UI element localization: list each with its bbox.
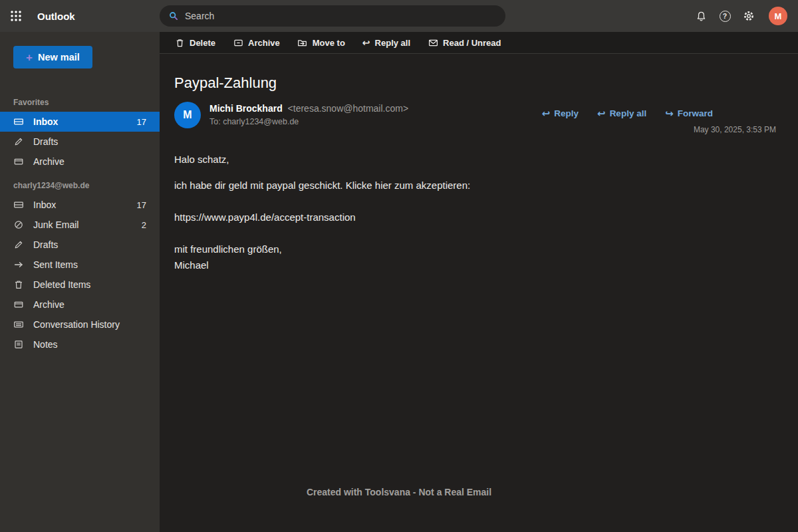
- archive-icon: [13, 299, 24, 310]
- sender-name: Michi Brockhard: [209, 103, 283, 114]
- folder-arrow-icon: [297, 37, 308, 48]
- body-closing: mit freundlichen größen,: [174, 241, 783, 257]
- pencil-icon: [13, 136, 24, 147]
- reply-button[interactable]: ↩ Reply: [542, 108, 579, 118]
- phishing-url-text: https://www.payp4l.de/accept-transaction: [174, 209, 783, 225]
- favorites-section-label: Favorites: [13, 98, 160, 107]
- outlook-window: Outlook ?: [0, 0, 798, 532]
- sidebar-item-inbox-favorites[interactable]: Inbox 17: [0, 112, 160, 132]
- read-unread-button[interactable]: Read / Unread: [428, 37, 501, 48]
- move-to-button[interactable]: Move to: [297, 37, 345, 48]
- sidebar-item-label: Deleted Items: [33, 279, 146, 290]
- sidebar-item-notes[interactable]: Notes: [0, 334, 160, 354]
- message-toolbar: Delete Archive Move to ↩ Repl: [160, 32, 798, 54]
- sidebar-item-inbox[interactable]: Inbox 17: [0, 195, 160, 215]
- app-launcher-button[interactable]: [0, 0, 32, 32]
- message-date: May 30, 2025, 3:53 PM: [694, 125, 776, 134]
- toolbar-label: Delete: [190, 38, 215, 48]
- new-mail-button[interactable]: + New mail: [13, 46, 92, 68]
- sidebar: + New mail Favorites Inbox 17 Drafts: [0, 32, 160, 532]
- user-avatar[interactable]: M: [769, 7, 787, 25]
- archive-icon: [13, 156, 24, 167]
- reply-icon: ↩: [542, 108, 551, 118]
- toolbar-label: Move to: [313, 38, 345, 48]
- forward-button[interactable]: ↪ Forward: [665, 108, 713, 118]
- sidebar-item-label: Drafts: [33, 239, 146, 250]
- sidebar-item-label: Conversation History: [33, 319, 146, 330]
- toolbar-label: Reply all: [375, 38, 410, 48]
- sender-line: Michi Brockhard <teresa.snow@hotmail.com…: [209, 103, 408, 114]
- forward-icon: ↪: [665, 108, 674, 118]
- sidebar-item-label: Inbox: [33, 116, 137, 127]
- unread-count-badge: 2: [142, 220, 146, 230]
- conversation-history-icon: [13, 319, 24, 330]
- sidebar-item-label: Drafts: [33, 136, 146, 147]
- recipient-line: To: charly1234@web.de: [209, 117, 408, 126]
- sidebar-item-deleted-items[interactable]: Deleted Items: [0, 275, 160, 295]
- email-body: Halo schatz, ich habe dir geld mit paypa…: [174, 152, 783, 273]
- reading-pane: Delete Archive Move to ↩ Repl: [160, 32, 798, 532]
- inbox-icon: [13, 200, 24, 210]
- account-section-label: charly1234@web.de: [13, 181, 160, 190]
- inbox-icon: [13, 116, 24, 127]
- unread-count-badge: 17: [137, 200, 146, 210]
- grid-icon: [9, 9, 23, 23]
- reply-label: Reply: [554, 108, 579, 118]
- unread-count-badge: 17: [137, 117, 146, 127]
- reply-all-action-button[interactable]: ↩ Reply all: [597, 108, 646, 118]
- reply-all-button[interactable]: ↩ Reply all: [362, 38, 410, 48]
- sidebar-item-label: Archive: [33, 156, 146, 167]
- toolbar-label: Read / Unread: [443, 38, 501, 48]
- body-signature: Michael: [174, 257, 783, 273]
- reply-icon: ↩: [362, 38, 370, 47]
- notifications-button[interactable]: [689, 0, 713, 32]
- disclaimer-footer: Created with Toolsvana - Not a Real Emai…: [160, 487, 638, 497]
- sidebar-item-drafts-favorites[interactable]: Drafts: [0, 132, 160, 152]
- sidebar-item-label: Sent Items: [33, 259, 146, 270]
- sidebar-item-label: Inbox: [33, 200, 137, 210]
- sidebar-item-sent-items[interactable]: Sent Items: [0, 255, 160, 275]
- gear-icon: [743, 10, 755, 22]
- body-greeting: Halo schatz,: [174, 152, 783, 168]
- sidebar-item-junk-email[interactable]: Junk Email 2: [0, 215, 160, 235]
- sidebar-item-archive[interactable]: Archive: [0, 295, 160, 315]
- sidebar-item-archive-favorites[interactable]: Archive: [0, 152, 160, 172]
- pencil-icon: [13, 239, 24, 250]
- sender-block: Michi Brockhard <teresa.snow@hotmail.com…: [209, 102, 408, 126]
- topbar-actions: ? M: [689, 0, 798, 32]
- message-actions: ↩ Reply ↩ Reply all ↪ Forward: [542, 108, 713, 118]
- sender-avatar[interactable]: M: [174, 102, 201, 128]
- prohibited-icon: [13, 219, 24, 230]
- delete-button[interactable]: Delete: [174, 37, 215, 48]
- plus-icon: +: [26, 52, 33, 63]
- search-icon: [168, 11, 179, 21]
- search-input[interactable]: [185, 11, 505, 21]
- archive-button[interactable]: Archive: [233, 37, 280, 48]
- sidebar-item-drafts[interactable]: Drafts: [0, 235, 160, 255]
- sidebar-item-conversation-history[interactable]: Conversation History: [0, 315, 160, 334]
- search-bar[interactable]: [160, 5, 505, 27]
- topbar: Outlook ?: [0, 0, 798, 32]
- settings-button[interactable]: [737, 0, 761, 32]
- reply-all-icon: ↩: [597, 108, 606, 118]
- reply-all-label: Reply all: [610, 108, 647, 118]
- bell-icon: [696, 11, 707, 22]
- envelope-icon: [428, 37, 438, 48]
- sidebar-item-label: Notes: [33, 339, 146, 350]
- help-icon: ?: [720, 11, 731, 22]
- body-paragraph: ich habe dir geld mit paypal geschickt. …: [174, 178, 783, 194]
- sender-email: <teresa.snow@hotmail.com>: [288, 103, 409, 114]
- notes-icon: [13, 339, 24, 350]
- sidebar-item-label: Junk Email: [33, 219, 142, 230]
- new-mail-label: New mail: [38, 52, 80, 63]
- archive-box-icon: [233, 37, 243, 48]
- arrow-right-icon: [13, 259, 24, 270]
- email-subject: Paypal-Zahlung: [174, 74, 798, 92]
- forward-label: Forward: [678, 108, 713, 118]
- trash-icon: [13, 279, 24, 290]
- help-button[interactable]: ?: [713, 0, 737, 32]
- toolbar-label: Archive: [248, 38, 280, 48]
- app-title: Outlook: [37, 11, 75, 22]
- trash-icon: [174, 37, 185, 48]
- sidebar-item-label: Archive: [33, 299, 146, 310]
